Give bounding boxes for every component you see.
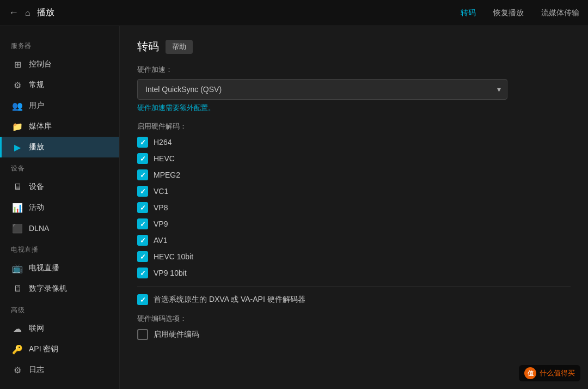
- sidebar-section-label-server: 服务器: [0, 35, 119, 54]
- sidebar-section-label-advanced: 高级: [0, 299, 119, 318]
- main-content: 转码 帮助 硬件加速： None Intel QuickSync (QSV) N…: [120, 26, 588, 389]
- checkbox-vp910-box[interactable]: ✓: [137, 268, 148, 278]
- sidebar-item-network[interactable]: ☁ 联网: [0, 318, 119, 339]
- checkbox-hevc10-box[interactable]: ✓: [137, 251, 148, 262]
- users-icon: 👥: [13, 101, 22, 111]
- topbar-title: 播放: [37, 7, 54, 19]
- home-icon[interactable]: ⌂: [25, 8, 30, 18]
- checkbox-prefer-native: ✓ 首选系统原生的 DXVA 或 VA-API 硬件解码器: [137, 294, 571, 305]
- sidebar-item-label-devices: 设备: [29, 182, 44, 192]
- hardware-accel-label: 硬件加速：: [137, 65, 571, 75]
- sidebar-item-label-apikey: API 密钥: [29, 344, 58, 354]
- checkbox-hw-encode-label: 启用硬件编码: [154, 330, 199, 339]
- nav-transcode[interactable]: 转码: [461, 8, 476, 18]
- checkbox-hevc-box[interactable]: ✓: [137, 153, 148, 164]
- checkbox-av1-box[interactable]: ✓: [137, 235, 148, 246]
- topbar-nav: 转码 恢复播放 流媒体传输: [461, 8, 579, 18]
- checkbox-vp8: ✓ VP8: [137, 202, 571, 213]
- sidebar-item-label-activity: 活动: [29, 203, 44, 212]
- checkbox-vp910: ✓ VP9 10bit: [137, 268, 571, 278]
- sidebar-item-settings[interactable]: ⚙ 常规: [0, 75, 119, 95]
- topbar: ← ⌂ 播放 转码 恢复播放 流媒体传输: [0, 0, 588, 26]
- settings-icon: ⚙: [13, 80, 22, 90]
- checkbox-prefer-native-label: 首选系统原生的 DXVA 或 VA-API 硬件解码器: [154, 295, 305, 305]
- checkbox-prefer-native-box[interactable]: ✓: [137, 294, 148, 305]
- checkbox-mpeg2: ✓ MPEG2: [137, 169, 571, 180]
- page-title: 转码: [137, 39, 159, 54]
- sidebar-item-livetv[interactable]: 📺 电视直播: [0, 258, 119, 278]
- checkbox-hevc: ✓ HEVC: [137, 153, 571, 164]
- nav-resume[interactable]: 恢复播放: [493, 8, 524, 18]
- sidebar-item-label-dlna: DLNA: [29, 224, 49, 233]
- checkbox-av1-label: AV1: [154, 236, 167, 245]
- apikey-icon: 🔑: [13, 344, 22, 354]
- library-icon: 📁: [13, 121, 22, 131]
- dvr-icon: 🖥: [13, 284, 22, 294]
- sidebar-section-label-livetv: 电视直播: [0, 239, 119, 258]
- sidebar-item-activity[interactable]: 📊 活动: [0, 197, 119, 218]
- nav-streaming[interactable]: 流媒体传输: [541, 8, 579, 18]
- sidebar-item-apikey[interactable]: 🔑 API 密钥: [0, 339, 119, 360]
- playback-icon: ▶: [13, 142, 22, 152]
- watermark: 值 什么值得买: [519, 365, 580, 381]
- checkbox-vc1-label: VC1: [154, 187, 168, 196]
- hardware-accel-dropdown-wrap: None Intel QuickSync (QSV) NVIDIA NVENC …: [137, 79, 571, 100]
- sidebar-item-label-network: 联网: [29, 324, 44, 333]
- sidebar-item-dashboard[interactable]: ⊞ 控制台: [0, 54, 119, 75]
- checkbox-vp9-label: VP9: [154, 220, 168, 228]
- livetv-icon: 📺: [13, 263, 22, 273]
- help-button[interactable]: 帮助: [166, 40, 193, 54]
- network-icon: ☁: [13, 324, 22, 333]
- checkbox-h264-label: H264: [154, 138, 171, 147]
- hw-encode-label: 硬件编码选项：: [137, 314, 571, 324]
- watermark-logo: 值: [524, 367, 536, 379]
- sidebar-item-library[interactable]: 📁 媒体库: [0, 116, 119, 137]
- sidebar-section-server: 服务器 ⊞ 控制台 ⚙ 常规 👥 用户 📁 媒体库 ▶ 播放: [0, 35, 119, 157]
- sidebar-item-label-settings: 常规: [29, 80, 44, 90]
- back-icon[interactable]: ←: [9, 7, 19, 19]
- sidebar-item-dvr[interactable]: 🖥 数字录像机: [0, 278, 119, 299]
- watermark-text: 什么值得买: [540, 368, 575, 378]
- checkbox-hevc-label: HEVC: [154, 154, 175, 163]
- sidebar-item-label-logs: 日志: [29, 365, 44, 375]
- checkbox-hevc10: ✓ HEVC 10bit: [137, 251, 571, 262]
- sidebar-item-label-users: 用户: [29, 101, 44, 111]
- checkbox-av1: ✓ AV1: [137, 235, 571, 246]
- devices-icon: 🖥: [13, 182, 22, 192]
- logs-icon: ⚙: [13, 365, 22, 375]
- body-wrap: 服务器 ⊞ 控制台 ⚙ 常规 👥 用户 📁 媒体库 ▶ 播放: [0, 26, 588, 389]
- divider: [137, 286, 571, 287]
- sidebar-item-playback[interactable]: ▶ 播放: [0, 137, 119, 157]
- checkbox-vp8-box[interactable]: ✓: [137, 202, 148, 213]
- sidebar-item-logs[interactable]: ⚙ 日志: [0, 360, 119, 380]
- checkbox-vp9-box[interactable]: ✓: [137, 218, 148, 229]
- hw-decode-label: 启用硬件解码：: [137, 121, 571, 131]
- checkbox-vp9: ✓ VP9: [137, 218, 571, 229]
- checkbox-h264-box[interactable]: ✓: [137, 137, 148, 148]
- checkbox-hw-encode-box[interactable]: [137, 329, 148, 340]
- checkbox-vp8-label: VP8: [154, 203, 168, 212]
- hardware-accel-container: None Intel QuickSync (QSV) NVIDIA NVENC …: [137, 79, 507, 100]
- sidebar: 服务器 ⊞ 控制台 ⚙ 常规 👥 用户 📁 媒体库 ▶ 播放: [0, 26, 120, 389]
- sidebar-section-label-devices: 设备: [0, 157, 119, 177]
- activity-icon: 📊: [13, 203, 22, 212]
- sidebar-section-devices: 设备 🖥 设备 📊 活动 ⬛ DLNA: [0, 157, 119, 239]
- checkbox-mpeg2-box[interactable]: ✓: [137, 169, 148, 180]
- checkbox-mpeg2-label: MPEG2: [154, 171, 180, 179]
- sidebar-item-devices[interactable]: 🖥 设备: [0, 177, 119, 197]
- hardware-accel-select[interactable]: None Intel QuickSync (QSV) NVIDIA NVENC …: [137, 79, 507, 100]
- page-header: 转码 帮助: [137, 39, 571, 54]
- checkbox-h264: ✓ H264: [137, 137, 571, 148]
- sidebar-item-users[interactable]: 👥 用户: [0, 95, 119, 116]
- checkbox-hevc10-label: HEVC 10bit: [154, 252, 193, 261]
- sidebar-item-label-playback: 播放: [29, 142, 44, 152]
- dlna-icon: ⬛: [13, 223, 22, 233]
- sidebar-item-label-dashboard: 控制台: [29, 59, 52, 69]
- sidebar-item-dlna[interactable]: ⬛ DLNA: [0, 218, 119, 239]
- checkbox-vp910-label: VP9 10bit: [154, 269, 187, 277]
- topbar-left: ← ⌂ 播放: [9, 7, 54, 19]
- sidebar-item-label-library: 媒体库: [29, 121, 52, 131]
- checkbox-vc1: ✓ VC1: [137, 186, 571, 197]
- checkbox-vc1-box[interactable]: ✓: [137, 186, 148, 197]
- sidebar-section-livetv: 电视直播 📺 电视直播 🖥 数字录像机: [0, 239, 119, 299]
